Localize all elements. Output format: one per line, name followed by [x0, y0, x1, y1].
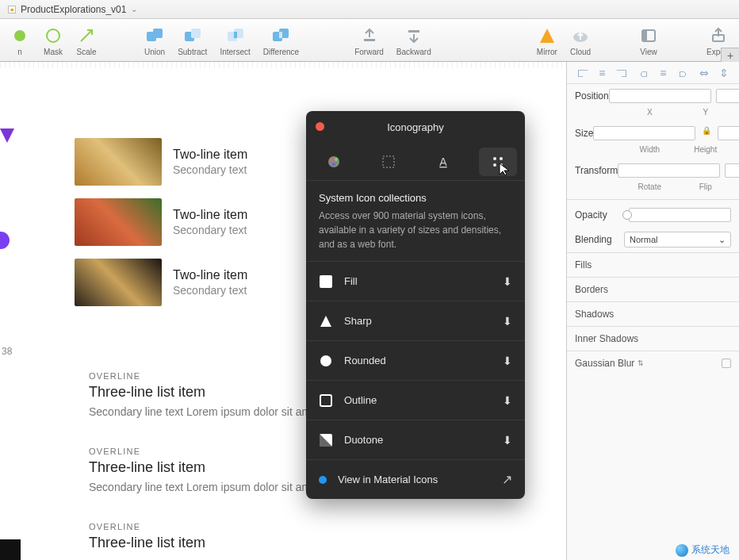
- globe-icon: [676, 544, 688, 557]
- style-outline[interactable]: Outline⬇: [306, 380, 525, 420]
- overline-label: OVERLINE: [89, 522, 320, 531]
- list-item[interactable]: Two-line itemSecondary text: [75, 192, 247, 252]
- chevron-down-icon[interactable]: ⌄: [131, 5, 137, 13]
- selection-handle[interactable]: [0, 232, 10, 249]
- toolbar-union[interactable]: Union: [140, 24, 170, 56]
- list-item[interactable]: OVERLINE Three-line list item: [89, 522, 320, 551]
- style-sharp[interactable]: Sharp⬇: [306, 301, 525, 340]
- size-label: Size: [575, 128, 593, 139]
- close-icon[interactable]: [316, 122, 324, 131]
- rotate-input[interactable]: [618, 163, 720, 178]
- y-input[interactable]: [716, 89, 739, 103]
- style-rounded[interactable]: Rounded⬇: [306, 340, 525, 380]
- style-duotone[interactable]: Duotone⬇: [306, 420, 525, 459]
- svg-rect-8: [234, 32, 237, 38]
- svg-rect-11: [279, 32, 282, 38]
- svg-text:A: A: [439, 155, 447, 168]
- distribute-h-icon[interactable]: ⇔: [699, 67, 709, 79]
- toolbar-difference[interactable]: Difference: [258, 24, 304, 56]
- tab-bounds[interactable]: [370, 148, 408, 176]
- download-icon[interactable]: ⬇: [503, 275, 512, 288]
- overline-label: OVERLINE: [89, 371, 320, 381]
- align-center-h-icon[interactable]: ≡: [599, 67, 605, 79]
- svg-rect-13: [408, 30, 419, 33]
- list-item[interactable]: Two-line itemSecondary text: [75, 252, 247, 313]
- style-fill[interactable]: Fill⬇: [306, 261, 525, 301]
- toolbar-mask[interactable]: Mask: [38, 24, 68, 56]
- toolbar-edit[interactable]: n: [5, 24, 35, 56]
- list-secondary: Secondary text: [173, 284, 247, 297]
- panel-title: Iconography: [387, 121, 444, 133]
- list-title: Three-line list item: [89, 459, 320, 476]
- svg-point-1: [47, 29, 59, 42]
- gaussian-blur-section[interactable]: Gaussian Blur⇅: [567, 351, 739, 375]
- chevron-down-icon: ⌄: [718, 235, 726, 245]
- svg-rect-16: [642, 30, 647, 41]
- lock-icon[interactable]: 🔒: [702, 126, 711, 140]
- blending-select[interactable]: Normal⌄: [624, 232, 731, 247]
- artboard-flag-icon[interactable]: [0, 128, 14, 143]
- align-top-icon[interactable]: ⫏: [638, 67, 649, 79]
- download-icon[interactable]: ⬇: [503, 315, 512, 328]
- toolbar-scale[interactable]: Scale: [71, 24, 101, 56]
- list-secondary: Secondary line text Lorem ipsum dolor si…: [89, 481, 320, 493]
- height-input[interactable]: [718, 126, 739, 140]
- toolbar-backward[interactable]: Backward: [392, 24, 436, 56]
- duotone-icon: [319, 433, 333, 447]
- blur-checkbox[interactable]: [722, 359, 731, 368]
- download-icon[interactable]: ⬇: [503, 355, 512, 367]
- svg-point-25: [500, 157, 503, 160]
- section-title: System Icon collections: [319, 192, 512, 204]
- list-title: Two-line item: [173, 268, 247, 282]
- width-input[interactable]: [593, 126, 695, 140]
- toolbar-subtract[interactable]: Subtract: [173, 24, 212, 56]
- link-indicator-icon: [319, 476, 327, 484]
- tab-type[interactable]: A: [424, 148, 462, 176]
- transform-label: Transform: [575, 165, 618, 176]
- toolbar: n Mask Scale Union Subtract Intersect Di…: [0, 19, 739, 62]
- align-center-v-icon[interactable]: ≡: [660, 67, 666, 79]
- panel-footer-link[interactable]: View in Material Icons ↗: [306, 459, 525, 499]
- outline-icon: [319, 393, 333, 408]
- flip-input[interactable]: [725, 163, 739, 178]
- tab-icons[interactable]: [479, 148, 517, 176]
- fills-section[interactable]: Fills: [567, 252, 739, 277]
- svg-rect-22: [383, 156, 394, 167]
- toolbar-intersect[interactable]: Intersect: [215, 24, 255, 56]
- opacity-input[interactable]: [629, 208, 731, 222]
- titlebar: ◆ ProductExplorations_v01 ⌄: [0, 0, 739, 19]
- svg-rect-3: [153, 29, 163, 38]
- panel-tabs: A: [306, 143, 525, 181]
- width-sublabel: Width: [624, 145, 676, 154]
- list-item[interactable]: OVERLINE Three-line list item Secondary …: [89, 371, 320, 418]
- document-icon: ◆: [8, 6, 16, 13]
- chevron-updown-icon[interactable]: ⇅: [638, 359, 644, 367]
- list-title: Two-line item: [173, 148, 247, 162]
- list-title: Three-line list item: [89, 384, 320, 401]
- align-row: ⫍ ≡ ⫎ ⫏ ≡ ⫐ ⇔ ⇕: [567, 62, 739, 84]
- align-bottom-icon[interactable]: ⫐: [677, 67, 688, 79]
- svg-point-20: [335, 158, 338, 161]
- toolbar-cloud[interactable]: Cloud: [565, 24, 595, 56]
- align-right-icon[interactable]: ⫎: [616, 67, 627, 79]
- borders-section[interactable]: Borders: [567, 277, 739, 301]
- download-icon[interactable]: ⬇: [503, 434, 512, 447]
- panel-header[interactable]: Iconography: [306, 111, 525, 143]
- toolbar-mirror[interactable]: Mirror: [532, 24, 562, 56]
- align-left-icon[interactable]: ⫍: [577, 67, 588, 79]
- inner-shadows-section[interactable]: Inner Shadows: [567, 326, 739, 351]
- tab-color[interactable]: [315, 148, 353, 176]
- toolbar-view[interactable]: View: [634, 24, 664, 56]
- external-link-icon: ↗: [502, 472, 512, 487]
- toolbar-forward[interactable]: Forward: [350, 24, 389, 56]
- download-icon[interactable]: ⬇: [503, 394, 512, 407]
- svg-point-26: [493, 163, 496, 167]
- distribute-v-icon[interactable]: ⇕: [719, 67, 729, 79]
- add-tab-button[interactable]: +: [721, 48, 739, 62]
- shadows-section[interactable]: Shadows: [567, 301, 739, 326]
- position-label: Position: [575, 90, 609, 102]
- list-item[interactable]: Two-line itemSecondary text: [75, 132, 247, 192]
- x-input[interactable]: [609, 89, 711, 103]
- fill-icon: [319, 274, 333, 289]
- list-item[interactable]: OVERLINE Three-line list item Secondary …: [89, 447, 320, 493]
